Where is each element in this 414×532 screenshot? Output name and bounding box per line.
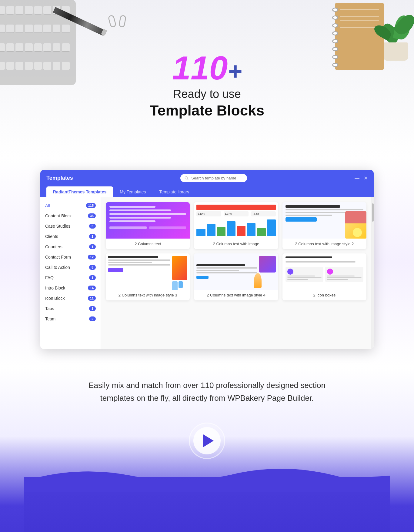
sidebar-item-case-studies[interactable]: Case Studies 3 xyxy=(40,221,101,231)
s3-right xyxy=(172,256,187,287)
template-card-2-columns-text[interactable]: 2 Columns text xyxy=(106,202,190,249)
key xyxy=(15,6,23,15)
key xyxy=(62,43,70,52)
sidebar-item-intro-block[interactable]: Intro Block 14 xyxy=(40,283,101,293)
sidebar-item-content-block[interactable]: Content Block 35 xyxy=(40,211,101,221)
key xyxy=(34,6,42,15)
svg-line-1 xyxy=(188,179,189,180)
window-tabs: RadiantThemes Templates My Templates Tem… xyxy=(40,186,374,197)
template-card-style-3[interactable]: 2 Columns text with image style 3 xyxy=(106,253,190,300)
window-controls: — ✕ xyxy=(355,175,368,181)
icon-box-item xyxy=(325,267,363,282)
tab-radiantthemes[interactable]: RadiantThemes Templates xyxy=(46,186,113,197)
spiral-ring xyxy=(332,47,338,51)
key xyxy=(6,43,14,52)
sidebar-item-icon-block[interactable]: Icon Block 11 xyxy=(40,293,101,303)
close-button[interactable]: ✕ xyxy=(364,175,368,181)
sidebar-item-counters[interactable]: Counters 1 xyxy=(40,242,101,252)
search-icon xyxy=(185,176,189,180)
sidebar-item-tabs[interactable]: Tabs 1 xyxy=(40,303,101,314)
key xyxy=(25,43,33,52)
notebook-spiral xyxy=(332,8,338,67)
key xyxy=(53,62,61,70)
template-card-style-4[interactable]: 2 Columns text with image style 4 xyxy=(194,253,278,300)
key xyxy=(25,6,33,15)
chart-bar xyxy=(237,226,245,236)
spiral-ring xyxy=(332,8,338,12)
s3-left xyxy=(108,256,170,287)
sidebar-item-all[interactable]: All 115 xyxy=(40,200,101,211)
key xyxy=(6,6,14,15)
template-label: 2 Columns text with image style 3 xyxy=(106,290,190,300)
icon-box-row xyxy=(285,267,363,282)
icon-text-line xyxy=(287,276,315,276)
seo-button xyxy=(285,217,317,222)
chart-bar xyxy=(217,227,225,236)
s3-devices xyxy=(172,281,187,290)
metric-box: +2.4% xyxy=(251,211,276,216)
icon-text-line xyxy=(327,279,348,280)
templates-grid-area: 2 Columns text 8.13% 1.07% +2. xyxy=(101,197,371,349)
sidebar-item-team[interactable]: Team 2 xyxy=(40,314,101,324)
s4-img-top xyxy=(259,256,276,273)
template-label: 2 Columns text with image xyxy=(194,239,278,249)
plant-leaves xyxy=(381,3,411,49)
preview-icon-boxes xyxy=(282,253,366,290)
template-card-icon-boxes[interactable]: 2 Icon boxes xyxy=(282,253,366,300)
key xyxy=(34,25,42,33)
s3-device xyxy=(179,281,183,288)
sidebar-badge: 3 xyxy=(89,224,96,229)
icon-text-line xyxy=(327,277,362,278)
template-card-2-columns-image[interactable]: 8.13% 1.07% +2.4% xyxy=(194,202,278,249)
sidebar-label: Clients xyxy=(45,234,58,239)
window-search-bar[interactable] xyxy=(180,174,247,182)
template-card-style-2[interactable]: 2 Columns text with image style 2 xyxy=(282,202,366,249)
s3-text xyxy=(108,264,170,266)
window-scrollbar[interactable] xyxy=(371,197,374,349)
icon-text-line xyxy=(327,276,355,276)
scrollbar-thumb[interactable] xyxy=(372,203,374,222)
search-input[interactable] xyxy=(191,176,243,180)
sidebar-label: Icon Block xyxy=(45,296,65,301)
sidebar-item-contact-form[interactable]: Contact Form 12 xyxy=(40,252,101,262)
sidebar-badge: 12 xyxy=(88,255,96,259)
chart-bar xyxy=(267,219,276,236)
sidebar-badge: 14 xyxy=(88,286,96,290)
tab-my-templates[interactable]: My Templates xyxy=(113,186,152,197)
clip xyxy=(108,15,117,28)
template-label: 2 Icon boxes xyxy=(282,290,366,300)
pen-tip xyxy=(100,29,107,37)
key xyxy=(53,43,61,52)
key xyxy=(15,25,23,33)
template-preview xyxy=(106,202,190,239)
sidebar-badge: 1 xyxy=(89,244,96,249)
sidebar-panel: All 115 Content Block 35 Case Studies 3 … xyxy=(40,197,101,349)
sidebar-item-clients[interactable]: Clients 1 xyxy=(40,231,101,242)
key xyxy=(6,25,14,33)
preview-line xyxy=(109,217,171,219)
s3-title xyxy=(108,256,158,258)
preview-red-bar xyxy=(196,205,275,210)
sidebar-label: Intro Block xyxy=(45,286,65,290)
metric-box: 1.07% xyxy=(224,211,249,216)
clip xyxy=(119,15,127,28)
hero-title: Template Blocks xyxy=(150,102,264,119)
preview-metrics: 8.13% 1.07% +2.4% xyxy=(196,211,275,216)
hero-plus: + xyxy=(228,58,242,85)
key xyxy=(43,43,51,52)
hero-count: 110 xyxy=(172,49,228,86)
key xyxy=(62,25,70,33)
tab-template-library[interactable]: Template library xyxy=(152,186,196,197)
svg-point-0 xyxy=(185,176,188,179)
sidebar-label: Counters xyxy=(45,244,62,249)
sidebar-item-faq[interactable]: FAQ 1 xyxy=(40,273,101,283)
minimize-button[interactable]: — xyxy=(355,176,359,181)
sidebar-badge: 5 xyxy=(89,265,96,270)
key xyxy=(0,25,5,33)
s4-img xyxy=(259,256,276,287)
play-button[interactable] xyxy=(189,423,225,459)
preview-line xyxy=(109,220,155,222)
sidebar-item-call-to-action[interactable]: Call to Action 5 xyxy=(40,262,101,273)
preview-style3 xyxy=(106,253,190,290)
preview-analytics: 8.13% 1.07% +2.4% xyxy=(194,202,278,239)
